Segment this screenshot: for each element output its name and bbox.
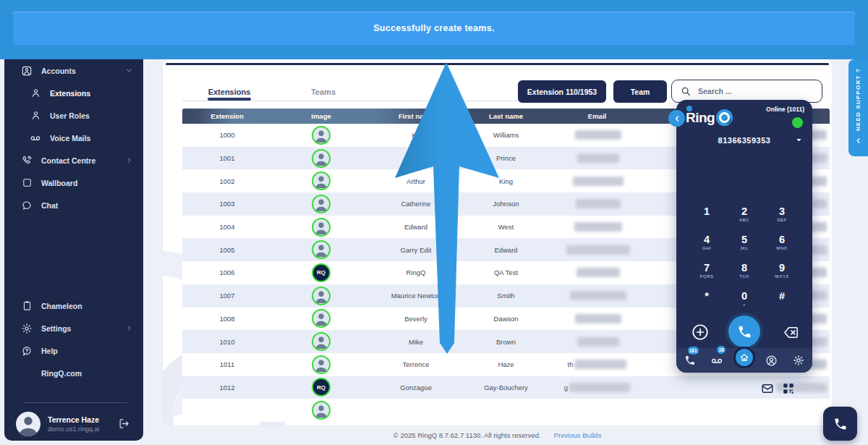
sidebar-item-wallboard[interactable]: Wallboard	[4, 171, 143, 194]
dial-key-7[interactable]: 7 PQRS	[688, 262, 726, 290]
sidebar: Accounts Extensions User Roles Voice Mai…	[4, 59, 143, 441]
gear-icon	[19, 323, 35, 334]
dial-key-3[interactable]: 3 DEF	[763, 205, 801, 234]
cell-extension: 1003	[182, 192, 272, 216]
search-input[interactable]	[698, 87, 807, 96]
tab-teams[interactable]: Teams	[276, 83, 370, 103]
sidebar-item-help[interactable]: Help	[4, 339, 143, 362]
table-row[interactable]	[182, 399, 830, 422]
cell-last-name: Brown	[461, 330, 550, 353]
sidebar-divider	[23, 402, 127, 403]
online-status-dot	[792, 117, 803, 128]
floating-call-button[interactable]	[823, 407, 857, 441]
settings-nav-icon[interactable]	[785, 355, 812, 366]
dial-key-2[interactable]: 2 ABC	[726, 205, 763, 234]
backspace-icon[interactable]	[783, 324, 799, 341]
cell-first-name: Beverly	[370, 308, 461, 331]
copyright-text: © 2025 RingQ 8.7.62.7 1130. All rights r…	[393, 431, 541, 439]
avatar	[312, 401, 331, 420]
cell-last-name: King	[461, 169, 550, 192]
redacted-email	[569, 383, 630, 392]
avatar	[312, 218, 331, 237]
user-avatar	[16, 412, 41, 436]
chevron-left-icon	[854, 137, 862, 145]
add-contact-icon[interactable]	[691, 323, 710, 342]
dial-key-8[interactable]: 8 TUV	[726, 262, 763, 290]
sidebar-item-accounts[interactable]: Accounts	[4, 59, 143, 82]
avatar	[312, 240, 331, 259]
cell-first-name	[370, 399, 461, 422]
cell-last-name	[461, 399, 550, 422]
app-window: Successfully create teams. NEED SUPPORT …	[0, 0, 868, 445]
avatar	[312, 287, 331, 305]
cell-first-name: Terrence	[370, 353, 461, 376]
voicemail-icon	[27, 132, 43, 144]
dialer-status: Online (1011)	[766, 106, 804, 113]
dialer-number[interactable]: 81366359353	[676, 136, 812, 145]
search-icon	[681, 86, 691, 96]
redacted-email	[570, 291, 626, 300]
dial-key-5[interactable]: 5 JKL	[726, 234, 763, 262]
dialer-actions	[676, 315, 812, 350]
cell-extension: 1008	[182, 308, 272, 331]
email-icon[interactable]	[761, 382, 774, 395]
calls-badge: 161	[687, 346, 699, 355]
dial-key-hash[interactable]: #	[763, 290, 801, 318]
sidebar-item-settings[interactable]: Settings	[4, 317, 143, 339]
column-header-first-name: First name	[370, 109, 461, 124]
chevron-right-icon	[125, 156, 133, 164]
cell-last-name: Smith	[461, 284, 550, 308]
ringq-logo: Ring	[686, 109, 733, 126]
previous-builds-link[interactable]: Previous Builds	[554, 431, 601, 439]
dial-key-9[interactable]: 9 WXYZ	[763, 262, 801, 290]
chat-bubble-icon	[19, 200, 35, 211]
calls-nav-icon[interactable]: 161	[676, 355, 704, 366]
sidebar-item-ringq-com[interactable]: RingQ.com	[4, 362, 143, 384]
dial-key-6[interactable]: 6 MNO	[763, 234, 801, 262]
cell-first-name: Garry Edit	[370, 238, 461, 261]
need-support-tab[interactable]: NEED SUPPORT ?	[848, 59, 868, 156]
column-header-email: Email	[550, 109, 644, 124]
sidebar-item-voice-mails[interactable]: Voice Mails	[4, 127, 143, 149]
sidebar-item-chameleon[interactable]: Chameleon	[4, 294, 143, 317]
table-row[interactable]: 1012 RQ Gonzague Gay-Bouchery g	[182, 376, 830, 399]
redacted-email	[576, 199, 621, 208]
caret-down-icon[interactable]	[794, 135, 804, 145]
chevron-down-icon	[125, 67, 133, 75]
toast-band: Successfully create teams.	[0, 0, 868, 59]
sidebar-item-chat[interactable]: Chat	[4, 194, 143, 216]
column-header-extension: Extension	[182, 109, 272, 124]
redacted-email	[574, 222, 622, 232]
logout-icon[interactable]	[118, 418, 130, 430]
avatar	[312, 126, 331, 145]
avatar	[312, 332, 331, 351]
call-button[interactable]	[728, 315, 760, 347]
ringq-logo-avatar: RQ	[312, 378, 331, 397]
extension-count-button[interactable]: Extension 110/1953	[518, 80, 606, 103]
dial-key-0[interactable]: 0 +	[726, 290, 763, 318]
help-circle-icon	[19, 345, 35, 357]
voicemail-nav-icon[interactable]: 38	[704, 354, 731, 367]
cell-first-name: Arthur	[370, 169, 461, 192]
dial-key-4[interactable]: 4 GHI	[688, 234, 726, 262]
cell-last-name: Edward	[461, 238, 550, 261]
card-top-border	[166, 63, 829, 65]
dial-key-1[interactable]: 1	[688, 205, 726, 234]
cell-last-name: Johnson	[461, 192, 550, 216]
sidebar-item-user-roles[interactable]: User Roles	[4, 104, 143, 127]
toast-message: Successfully create teams.	[373, 23, 495, 33]
redacted-email	[575, 314, 621, 323]
logo-dot	[686, 106, 692, 111]
home-nav-icon[interactable]	[731, 349, 758, 371]
cell-extension	[182, 399, 272, 422]
dialer-collapse-button[interactable]	[668, 110, 685, 127]
contacts-nav-icon[interactable]	[758, 355, 786, 367]
sidebar-item-contact-centre[interactable]: Contact Centre	[4, 149, 143, 171]
sidebar-item-extensions[interactable]: Extensions	[4, 82, 143, 104]
cell-first-name: Gonzague	[370, 376, 461, 399]
team-button[interactable]: Team	[613, 80, 667, 103]
board-icon	[19, 177, 35, 188]
dial-key-star[interactable]: *	[688, 290, 726, 318]
qr-code-icon[interactable]	[782, 382, 795, 395]
sidebar-user[interactable]: Terrence Haze demo.us1.ringq.ai	[4, 407, 143, 441]
